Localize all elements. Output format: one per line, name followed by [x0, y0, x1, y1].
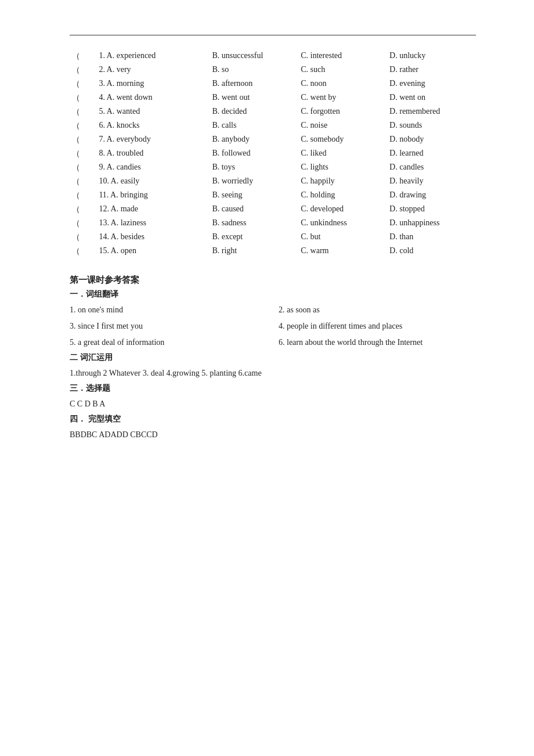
answers-title: 第一课时参考答案 [70, 275, 476, 286]
q-num-a: 15. A. open [96, 244, 210, 258]
q-num-a: 2. A. very [96, 63, 210, 77]
table-row: （ 11. A. bringing B. seeing C. holding D… [70, 189, 476, 203]
q-num-a: 10. A. easily [96, 175, 210, 189]
q-num-a: 7. A. everybody [96, 133, 210, 147]
q-num-a: 4. A. went down [96, 91, 210, 105]
blank-space [83, 231, 96, 244]
vocab-item: 1. on one's mind [70, 303, 267, 317]
q-num-a: 14. A. besides [96, 231, 210, 244]
q-b: B. caused [210, 203, 298, 217]
q-num-a: 5. A. wanted [96, 105, 210, 119]
q-d: D. unlucky [387, 49, 476, 63]
answers-section: 第一课时参考答案 一．词组翻译 1. on one's mind2. as so… [70, 275, 476, 442]
q-d: D. than [387, 231, 476, 244]
q-c: C. noon [298, 77, 387, 91]
left-paren: （ [70, 161, 83, 175]
left-paren: （ [70, 147, 83, 161]
blank-space [83, 161, 96, 175]
table-row: （ 7. A. everybody B. anybody C. somebody… [70, 133, 476, 147]
q-d: D. learned [387, 147, 476, 161]
blank-space [83, 49, 96, 63]
q-c: C. holding [298, 189, 387, 203]
left-paren: （ [70, 189, 83, 203]
table-row: （ 4. A. went down B. went out C. went by… [70, 91, 476, 105]
q-c: C. but [298, 231, 387, 244]
q-b: B. sadness [210, 217, 298, 231]
q-b: B. toys [210, 161, 298, 175]
table-row: （ 12. A. made B. caused C. developed D. … [70, 203, 476, 217]
left-paren: （ [70, 105, 83, 119]
q-d: D. cold [387, 244, 476, 258]
vocab-item: 3. since I first met you [70, 319, 267, 333]
q-b: B. except [210, 231, 298, 244]
q-num-a: 13. A. laziness [96, 217, 210, 231]
q-d: D. unhappiness [387, 217, 476, 231]
left-paren: （ [70, 133, 83, 147]
q-d: D. went on [387, 91, 476, 105]
table-row: （ 3. A. morning B. afternoon C. noon D. … [70, 77, 476, 91]
vocab-item: 5. a great deal of information [70, 336, 267, 350]
left-paren: （ [70, 244, 83, 258]
q-num-a: 6. A. knocks [96, 119, 210, 133]
q-b: B. went out [210, 91, 298, 105]
vocab-grid: 1. on one's mind2. as soon as3. since I … [70, 303, 476, 349]
vocab-item: 4. people in different times and places [279, 319, 476, 333]
q-c: C. forgotten [298, 105, 387, 119]
table-row: （ 8. A. troubled B. followed C. liked D.… [70, 147, 476, 161]
blank-space [83, 119, 96, 133]
blank-space [83, 175, 96, 189]
q-num-a: 12. A. made [96, 203, 210, 217]
table-row: （ 1. A. experienced B. unsuccessful C. i… [70, 49, 476, 63]
q-d: D. remembered [387, 105, 476, 119]
q-b: B. so [210, 63, 298, 77]
q-d: D. evening [387, 77, 476, 91]
q-d: D. nobody [387, 133, 476, 147]
table-row: （ 9. A. candies B. toys C. lights D. can… [70, 161, 476, 175]
q-num-a: 3. A. morning [96, 77, 210, 91]
left-paren: （ [70, 91, 83, 105]
completion-answers: BBDBC ADADD CBCCD [70, 428, 476, 442]
blank-space [83, 105, 96, 119]
table-row: （ 15. A. open B. right C. warm D. cold [70, 244, 476, 258]
blank-space [83, 244, 96, 258]
table-row: （ 6. A. knocks B. calls C. noise D. soun… [70, 119, 476, 133]
q-b: B. worriedly [210, 175, 298, 189]
vocab-item: 2. as soon as [279, 303, 476, 317]
section2-title: 二 词汇运用 [70, 352, 476, 363]
q-num-a: 9. A. candies [96, 161, 210, 175]
q-num-a: 11. A. bringing [96, 189, 210, 203]
blank-space [83, 147, 96, 161]
blank-space [83, 63, 96, 77]
q-d: D. rather [387, 63, 476, 77]
left-paren: （ [70, 175, 83, 189]
blank-space [83, 91, 96, 105]
q-b: B. anybody [210, 133, 298, 147]
q-c: C. happily [298, 175, 387, 189]
q-c: C. warm [298, 244, 387, 258]
left-paren: （ [70, 77, 83, 91]
table-row: （ 10. A. easily B. worriedly C. happily … [70, 175, 476, 189]
vocab-item: 6. learn about the world through the Int… [279, 336, 476, 350]
q-d: D. candles [387, 161, 476, 175]
q-b: B. decided [210, 105, 298, 119]
q-num-a: 8. A. troubled [96, 147, 210, 161]
q-b: B. calls [210, 119, 298, 133]
selection-answers: C C D B A [70, 397, 476, 411]
q-b: B. seeing [210, 189, 298, 203]
left-paren: （ [70, 231, 83, 244]
blank-space [83, 203, 96, 217]
vocab-answers: 1.through 2 Whatever 3. deal 4.growing 5… [70, 366, 476, 380]
table-row: （ 2. A. very B. so C. such D. rather [70, 63, 476, 77]
q-c: C. went by [298, 91, 387, 105]
q-c: C. interested [298, 49, 387, 63]
section1-title: 一．词组翻译 [70, 289, 476, 300]
q-d: D. heavily [387, 175, 476, 189]
blank-space [83, 217, 96, 231]
blank-space [83, 189, 96, 203]
q-d: D. sounds [387, 119, 476, 133]
q-c: C. somebody [298, 133, 387, 147]
q-d: D. stopped [387, 203, 476, 217]
q-c: C. lights [298, 161, 387, 175]
q-num-a: 1. A. experienced [96, 49, 210, 63]
q-b: B. right [210, 244, 298, 258]
